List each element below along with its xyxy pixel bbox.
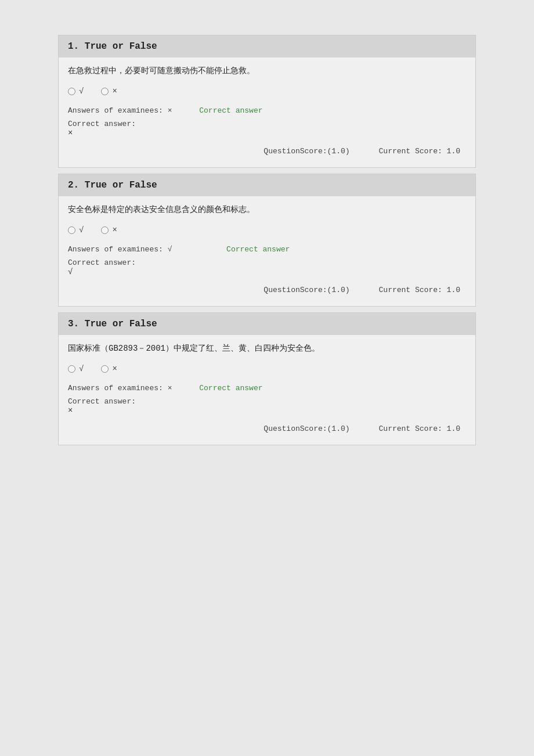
option-false-3[interactable]: × — [101, 364, 117, 373]
answer-row-2: Answers of examinees: √ Correct answer — [68, 245, 466, 254]
question-number-3: 3. — [68, 319, 79, 329]
current-score-3: Current Score: 1.0 — [379, 424, 460, 433]
current-score-2: Current Score: 1.0 — [379, 286, 460, 294]
option-label-true-3: √ — [79, 364, 84, 373]
options-row-1: √ × — [68, 87, 466, 96]
examinee-answer-3: × — [168, 384, 172, 393]
question-block-3: 3. True or False 国家标准（GB2893－2001）中规定了红、… — [58, 312, 476, 445]
options-row-2: √ × — [68, 225, 466, 235]
question-body-1: 在急救过程中，必要时可随意搬动伤不能停止急救。 √ × Answers of e… — [59, 57, 475, 167]
answers-prefix-1: Answers of examinees: — [68, 106, 163, 115]
score-row-1: QuestionScore:(1.0) Current Score: 1.0 — [68, 143, 466, 161]
question-number-2: 2. — [68, 180, 79, 190]
radio-true-2[interactable] — [68, 226, 75, 234]
question-header-2: 2. True or False — [59, 174, 475, 196]
option-label-false-2: × — [112, 225, 117, 235]
option-label-false-3: × — [112, 364, 117, 373]
examinee-answer-1: × — [168, 106, 172, 115]
radio-false-1[interactable] — [101, 88, 109, 95]
question-score-3: QuestionScore:(1.0) — [264, 424, 349, 433]
radio-false-3[interactable] — [101, 365, 109, 373]
radio-true-3[interactable] — [68, 365, 75, 373]
answer-row-1: Answers of examinees: × Correct answer — [68, 106, 466, 115]
correct-answer-section-1: Correct answer: × — [68, 120, 466, 138]
correct-answer-label-1: Correct answer — [199, 106, 262, 115]
question-block-2: 2. True or False 安全色标是特定的表达安全信息含义的颜色和标志。… — [58, 174, 476, 307]
answers-prefix-3: Answers of examinees: — [68, 384, 163, 393]
question-type-2: True or False — [85, 180, 157, 190]
question-text-2: 安全色标是特定的表达安全信息含义的颜色和标志。 — [68, 204, 466, 215]
correct-answer-value-3: × — [68, 406, 73, 415]
score-row-3: QuestionScore:(1.0) Current Score: 1.0 — [68, 421, 466, 439]
question-text-3: 国家标准（GB2893－2001）中规定了红、兰、黄、白四种为安全色。 — [68, 343, 466, 354]
correct-answer-section-3: Correct answer: × — [68, 397, 466, 415]
option-true-2[interactable]: √ — [68, 225, 84, 235]
option-label-false-1: × — [112, 87, 117, 96]
correct-answer-prefix-3: Correct answer: — [68, 397, 136, 406]
correct-answer-value-2: √ — [68, 267, 73, 276]
correct-answer-label-3: Correct answer — [199, 384, 262, 393]
option-true-3[interactable]: √ — [68, 364, 84, 373]
option-false-2[interactable]: × — [101, 225, 117, 235]
question-body-2: 安全色标是特定的表达安全信息含义的颜色和标志。 √ × Answers of e… — [59, 196, 475, 306]
correct-answer-label-2: Correct answer — [226, 245, 290, 254]
question-body-3: 国家标准（GB2893－2001）中规定了红、兰、黄、白四种为安全色。 √ × … — [59, 335, 475, 445]
correct-answer-value-1: × — [68, 128, 73, 138]
option-true-1[interactable]: √ — [68, 87, 84, 96]
option-label-true-1: √ — [79, 87, 84, 96]
question-score-2: QuestionScore:(1.0) — [264, 286, 349, 294]
examinee-answer-2: √ — [168, 245, 172, 254]
option-label-true-2: √ — [79, 225, 84, 235]
option-false-1[interactable]: × — [101, 87, 117, 96]
question-header-3: 3. True or False — [59, 313, 475, 335]
radio-true-1[interactable] — [68, 88, 75, 95]
correct-answer-prefix-1: Correct answer: — [68, 120, 136, 128]
question-type-3: True or False — [85, 319, 157, 329]
question-number-1: 1. — [68, 41, 79, 52]
score-row-2: QuestionScore:(1.0) Current Score: 1.0 — [68, 282, 466, 300]
question-text-1: 在急救过程中，必要时可随意搬动伤不能停止急救。 — [68, 66, 466, 76]
answers-prefix-2: Answers of examinees: — [68, 245, 163, 254]
question-header-1: 1. True or False — [59, 35, 475, 57]
question-block-1: 1. True or False 在急救过程中，必要时可随意搬动伤不能停止急救。… — [58, 35, 476, 168]
question-score-1: QuestionScore:(1.0) — [264, 147, 349, 156]
correct-answer-section-2: Correct answer: √ — [68, 258, 466, 276]
radio-false-2[interactable] — [101, 226, 109, 234]
correct-answer-prefix-2: Correct answer: — [68, 258, 136, 267]
answer-row-3: Answers of examinees: × Correct answer — [68, 384, 466, 393]
question-type-1: True or False — [85, 41, 157, 52]
options-row-3: √ × — [68, 364, 466, 373]
current-score-1: Current Score: 1.0 — [379, 147, 460, 156]
